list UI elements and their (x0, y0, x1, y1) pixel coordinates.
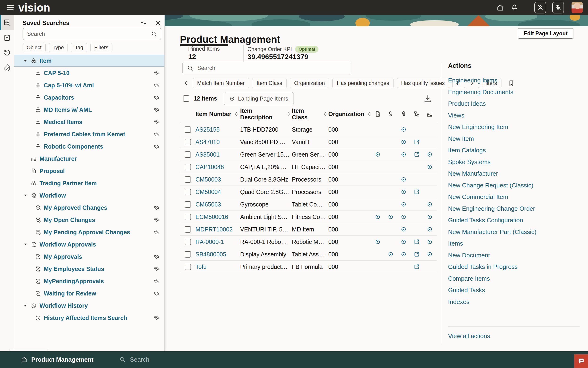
view-target-icon[interactable] (426, 251, 433, 258)
open-in-new-icon[interactable] (413, 189, 420, 195)
tags-icon[interactable] (154, 315, 160, 321)
saved-search-node[interactable]: CAP 5-10 (14, 67, 164, 79)
node-label[interactable]: My Pending Approval Changes (44, 229, 130, 236)
node-label[interactable]: MD Items w/ AML (44, 106, 92, 113)
item-number-link[interactable]: CM50003 (195, 176, 240, 183)
assistant-off-button[interactable] (534, 2, 546, 13)
item-number-link[interactable]: CM65063 (195, 201, 240, 208)
menu-icon[interactable] (7, 5, 14, 10)
row-checkbox[interactable] (185, 189, 191, 195)
tags-icon[interactable] (154, 217, 160, 223)
tags-icon[interactable] (154, 229, 160, 235)
item-search-box[interactable] (183, 62, 351, 74)
tags-icon[interactable] (154, 119, 160, 125)
node-label[interactable]: History Affected Items Search (44, 314, 127, 321)
tags-icon[interactable] (154, 94, 160, 101)
node-label[interactable]: CAP 5-10 (44, 70, 69, 76)
close-panel-icon[interactable] (155, 20, 161, 26)
view-target-icon[interactable] (374, 239, 381, 245)
tags-icon[interactable] (154, 278, 160, 285)
item-number-link[interactable]: ECM500016 (195, 213, 240, 220)
select-all-checkbox[interactable] (183, 95, 189, 102)
saved-search-node[interactable]: Waiting for Review (14, 287, 164, 299)
action-link[interactable]: Spoke Systems (448, 156, 582, 168)
drawer-chip[interactable]: Type (49, 43, 68, 52)
view-target-icon[interactable] (426, 201, 433, 208)
tags-icon[interactable] (154, 290, 160, 297)
view-target-icon[interactable] (426, 239, 433, 245)
node-label[interactable]: Medical Items (44, 119, 82, 126)
column-header[interactable]: Item Description (240, 107, 292, 120)
node-label[interactable]: Preferred Cables from Kemet (44, 131, 125, 138)
filter-chip[interactable]: Has pending changes (332, 78, 394, 88)
item-number-link[interactable]: AS47010 (195, 139, 240, 146)
node-label[interactable]: Proposal (40, 168, 65, 175)
row-checkbox[interactable] (185, 226, 191, 233)
saved-search-node[interactable]: Robotic Components (14, 140, 164, 153)
view-target-icon[interactable] (400, 239, 407, 245)
saved-search-search-box[interactable] (23, 28, 161, 40)
structure-column-icon[interactable] (410, 110, 423, 118)
tags-icon[interactable] (154, 107, 160, 113)
action-link[interactable]: New Commercial Item (448, 191, 582, 203)
saved-search-node[interactable]: My Employees Status (14, 263, 164, 275)
quality-column-icon[interactable] (384, 110, 397, 118)
action-link[interactable]: New Change Request (Classic) (448, 180, 582, 191)
chips-scroll-left-icon[interactable] (183, 80, 190, 86)
action-link[interactable]: New Document (448, 249, 582, 261)
node-label[interactable]: Item (40, 57, 52, 64)
view-target-icon[interactable] (400, 226, 407, 233)
saved-search-node[interactable]: My Approvals (14, 250, 164, 263)
attachments-column-icon[interactable] (397, 110, 410, 118)
node-label[interactable]: My Open Changes (44, 217, 95, 223)
sort-icon[interactable] (286, 111, 292, 117)
saved-search-node[interactable]: Preferred Cables from Kemet (14, 128, 164, 140)
drawer-chip[interactable]: Tag (71, 43, 87, 52)
action-link[interactable]: Engineering Documents (448, 86, 582, 98)
open-in-new-icon[interactable] (413, 239, 420, 245)
node-label[interactable]: My Employees Status (44, 266, 104, 272)
saved-search-node[interactable]: Proposal (14, 165, 164, 177)
action-link[interactable]: New Engineering Change Order (448, 203, 582, 215)
user-avatar[interactable] (571, 2, 583, 13)
node-label[interactable]: Manufacturer (40, 155, 77, 162)
drawer-chip[interactable]: Filters (90, 43, 113, 52)
sort-icon[interactable] (322, 111, 328, 117)
bottom-tab-product-management[interactable]: Product Management (21, 356, 93, 363)
view-target-icon[interactable] (374, 213, 381, 220)
caret-down-icon[interactable] (23, 303, 28, 308)
tags-icon[interactable] (154, 82, 160, 89)
node-label[interactable]: Capacitors (44, 94, 74, 101)
action-link[interactable]: Compare Items (448, 273, 582, 285)
action-link[interactable]: New Manufacturer (448, 168, 582, 180)
node-label[interactable]: My Approved Changes (44, 204, 107, 211)
item-number-link[interactable]: AS85001 (195, 151, 240, 158)
view-target-icon[interactable] (400, 189, 407, 195)
item-number-link[interactable]: SB4880005 (195, 251, 240, 258)
view-target-icon[interactable] (400, 201, 407, 208)
filter-chip[interactable]: Organization (290, 78, 329, 88)
horizontal-scrollbar-thumb[interactable] (9, 349, 48, 351)
tags-icon[interactable] (154, 143, 160, 150)
view-target-icon[interactable] (400, 176, 407, 183)
rail-saved-searches-button[interactable] (0, 15, 14, 30)
action-link[interactable]: Indexes (448, 296, 582, 308)
tags-icon[interactable] (154, 70, 160, 76)
node-label[interactable]: Waiting for Review (44, 290, 96, 297)
view-target-icon[interactable] (387, 213, 394, 220)
row-checkbox[interactable] (185, 164, 191, 170)
bottom-tab-search[interactable]: Search (119, 356, 149, 363)
node-label[interactable]: My Approvals (44, 253, 82, 260)
item-number-link[interactable]: RA-0000-1 (195, 239, 240, 245)
action-link[interactable]: New Engineering Item (448, 121, 582, 133)
tags-icon[interactable] (154, 205, 160, 211)
edit-page-layout-button[interactable]: Edit Page Layout (518, 28, 573, 39)
caret-down-icon[interactable] (23, 193, 28, 198)
saved-search-node[interactable]: Workflow Approvals (14, 238, 164, 250)
row-checkbox[interactable] (185, 264, 191, 270)
row-checkbox[interactable] (185, 139, 191, 145)
home-icon[interactable] (496, 4, 504, 11)
row-checkbox[interactable] (185, 126, 191, 133)
view-target-icon[interactable] (400, 126, 407, 133)
saved-search-node[interactable]: My Approved Changes (14, 202, 164, 214)
